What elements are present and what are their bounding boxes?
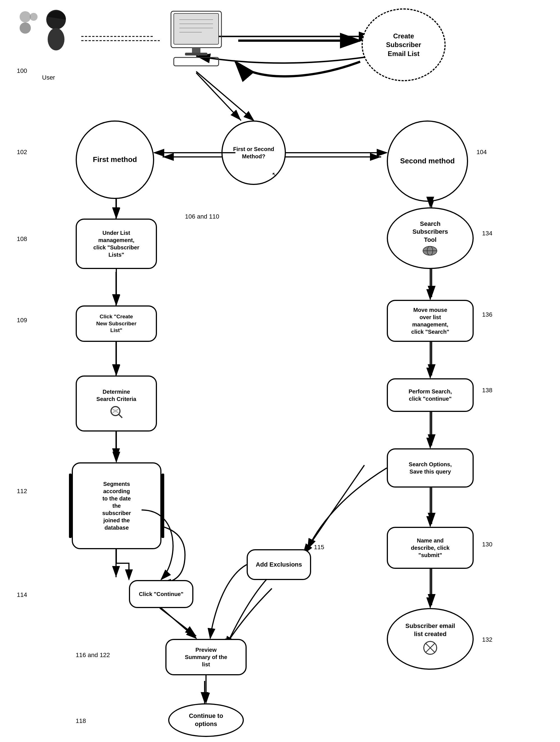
ref-102: 102	[17, 149, 27, 156]
determine-search-node: DetermineSearch Criteria	[76, 375, 157, 431]
under-list-mgmt-node: Under Listmanagement,click "SubscriberLi…	[76, 219, 157, 269]
svg-point-21	[19, 11, 31, 22]
svg-line-11	[160, 608, 196, 636]
svg-line-3	[196, 73, 241, 120]
flow-arrows	[0, 0, 560, 742]
ref-136: 136	[482, 311, 493, 318]
add-exclusions-label: Add Exclusions	[256, 561, 302, 569]
first-or-second-label: First or SecondMethod?	[233, 146, 274, 160]
subscriber-created-label: Subscriber emaillist created	[405, 622, 455, 638]
ref-112: 112	[17, 488, 27, 495]
ref-118: 118	[76, 717, 86, 725]
under-list-mgmt-label: Under Listmanagement,click "SubscriberLi…	[93, 229, 139, 258]
create-email-list-node: CreateSubscriberEmail List	[362, 8, 446, 81]
click-continue-label: Click "Continue"	[139, 590, 184, 598]
search-options-node: Search Options,Save this query	[387, 448, 474, 488]
ref-100: 100	[17, 67, 27, 74]
add-exclusions-node: Add Exclusions	[247, 549, 311, 580]
preview-summary-label: PreviewSummary of thelist	[185, 646, 227, 668]
search-options-label: Search Options,Save this query	[409, 461, 452, 475]
svg-point-25	[48, 28, 64, 50]
search-subscribers-label: SearchSubscribersTool	[412, 220, 448, 244]
second-method-label: Second method	[400, 156, 455, 166]
determine-search-label: DetermineSearch Criteria	[96, 388, 136, 403]
first-method-label: First method	[93, 155, 137, 164]
segments-label: Segmentsaccordingto the datethesubscribe…	[102, 480, 131, 531]
subscriber-created-area: Subscriber emaillist created	[387, 608, 474, 670]
first-method-node: First method	[76, 120, 154, 199]
svg-line-18	[303, 465, 364, 555]
svg-point-22	[30, 13, 38, 21]
sphere-icon	[422, 245, 438, 256]
x-circle-icon	[423, 640, 438, 656]
second-method-node: Second method	[387, 120, 468, 202]
name-describe-node: Name anddescribe, click"submit"	[387, 527, 474, 569]
perform-search-label: Perform Search,click "continue"	[409, 388, 452, 403]
user-figure	[17, 8, 81, 73]
svg-rect-29	[185, 53, 207, 55]
ref-114: 114	[17, 591, 27, 598]
arrows-svg	[0, 0, 560, 742]
search-subscribers-area: SearchSubscribersTool	[387, 207, 474, 269]
ref-109: 109	[17, 317, 27, 324]
ref-116-122: 116 and 122	[76, 651, 110, 659]
click-create-new-label: Click "CreateNew SubscriberList"	[96, 313, 137, 334]
user-label: User	[42, 74, 55, 81]
search-icon	[109, 405, 123, 419]
click-create-new-node: Click "CreateNew SubscriberList"	[76, 306, 157, 342]
continue-options-node: Continue tooptions	[168, 703, 244, 737]
name-describe-label: Name anddescribe, click"submit"	[411, 537, 450, 559]
continue-options-label: Continue tooptions	[189, 712, 223, 728]
segments-node: Segmentsaccordingto the datethesubscribe…	[69, 462, 164, 549]
ref-108: 108	[17, 235, 27, 243]
diagram-container: User 100 CreateSubscriberEmail List Firs…	[0, 0, 560, 742]
ref-106-110: 106 and 110	[185, 213, 219, 220]
computer-icon	[157, 8, 236, 76]
svg-line-36	[118, 414, 122, 418]
cursor-icon: ↖	[272, 171, 277, 178]
ref-134: 134	[482, 230, 493, 237]
svg-rect-30	[174, 57, 219, 66]
ref-115: 115	[314, 544, 324, 551]
ref-132: 132	[482, 636, 493, 643]
svg-rect-27	[174, 13, 219, 44]
create-email-list-label: CreateSubscriberEmail List	[386, 32, 421, 58]
perform-search-node: Perform Search,click "continue"	[387, 378, 474, 412]
svg-rect-28	[192, 48, 200, 53]
svg-line-50	[196, 71, 254, 120]
move-mouse-label: Move mouseover listmanagement,click "Sea…	[411, 306, 449, 335]
svg-point-23	[19, 22, 31, 34]
click-continue-node: Click "Continue"	[129, 580, 193, 608]
move-mouse-node: Move mouseover listmanagement,click "Sea…	[387, 300, 474, 342]
computer-svg	[157, 8, 236, 73]
svg-point-39	[113, 408, 118, 414]
ref-138: 138	[482, 387, 493, 394]
ref-104: 104	[476, 149, 487, 156]
ref-130: 130	[482, 541, 493, 548]
svg-line-57	[161, 608, 196, 638]
preview-summary-node: PreviewSummary of thelist	[165, 639, 247, 675]
